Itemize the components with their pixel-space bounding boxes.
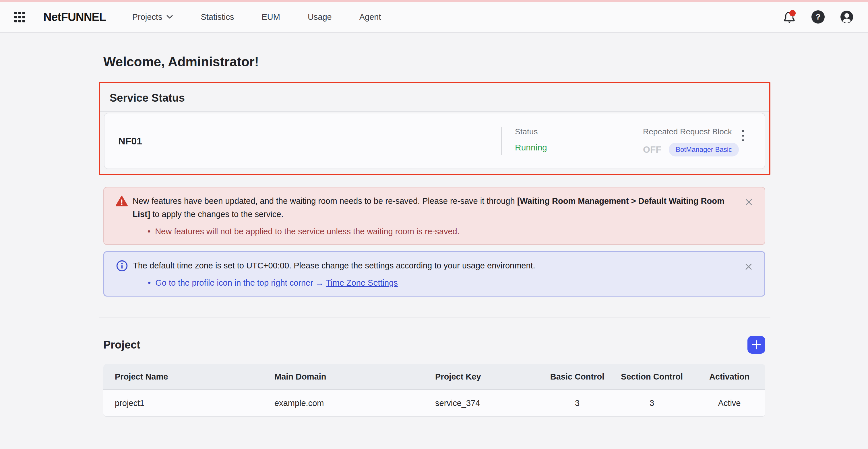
warning-bullet-text: New features will not be applied to the … <box>155 227 460 236</box>
time-zone-settings-link[interactable]: Time Zone Settings <box>326 278 398 288</box>
bullet-icon: • <box>148 227 150 236</box>
project-section-title: Project <box>103 339 141 351</box>
col-project-key: Project Key <box>424 364 544 390</box>
nav-projects-label: Projects <box>132 12 162 22</box>
apps-grid-icon[interactable] <box>14 12 25 22</box>
col-activation: Activation <box>693 364 765 390</box>
nav-item-usage[interactable]: Usage <box>308 12 332 22</box>
nav-item-eum[interactable]: EUM <box>261 12 280 22</box>
nav-agent-label: Agent <box>360 12 381 22</box>
help-circle: ? <box>811 10 825 24</box>
nav-item-statistics[interactable]: Statistics <box>200 12 234 22</box>
avatar <box>840 10 854 24</box>
warning-triangle-icon <box>115 195 128 208</box>
close-icon[interactable] <box>744 262 753 272</box>
cell-project-name: project1 <box>103 390 263 417</box>
cell-section-control: 3 <box>610 390 693 417</box>
profile-avatar-icon[interactable] <box>840 10 854 24</box>
info-bullet-text: Go to the profile icon in the top right … <box>155 278 326 288</box>
col-main-domain: Main Domain <box>263 364 424 390</box>
col-section-control: Section Control <box>610 364 693 390</box>
warning-message-post: to apply the changes to the service. <box>150 210 283 219</box>
table-header-row: Project Name Main Domain Project Key Bas… <box>103 364 765 390</box>
cell-main-domain: example.com <box>263 390 424 417</box>
brand-logo[interactable]: NetFUNNEL <box>43 11 106 24</box>
warning-alert: New features have been updated, and the … <box>103 187 765 245</box>
info-bullet: •Go to the profile icon in the top right… <box>148 276 733 289</box>
col-project-name: Project Name <box>103 364 263 390</box>
bullet-icon: • <box>148 278 151 288</box>
close-icon[interactable] <box>744 197 754 207</box>
service-status-title: Service Status <box>100 83 769 111</box>
topbar: NetFUNNEL Projects Statistics EUM Usage … <box>0 2 868 33</box>
help-glyph: ? <box>815 12 820 22</box>
warning-message-pre: New features have been updated, and the … <box>133 197 517 206</box>
status-value: Running <box>515 143 547 152</box>
nav-item-projects[interactable]: Projects <box>132 12 174 22</box>
rrb-label: Repeated Request Block <box>643 127 739 137</box>
main-content: Welcome, Administrator! Service Status N… <box>99 54 770 417</box>
nav-statistics-label: Statistics <box>200 12 234 22</box>
vertical-divider <box>501 127 502 155</box>
project-table: Project Name Main Domain Project Key Bas… <box>103 364 765 417</box>
status-block: Status Running <box>515 127 547 152</box>
warning-bullet: •New features will not be applied to the… <box>148 225 733 238</box>
main-nav: Projects Statistics EUM Usage Agent <box>132 12 381 22</box>
chevron-down-icon <box>166 14 173 19</box>
topbar-actions: ? <box>782 10 854 24</box>
kebab-menu-icon[interactable] <box>741 129 745 142</box>
add-project-button[interactable] <box>747 336 765 354</box>
notifications-bell-icon[interactable] <box>782 10 796 24</box>
info-circle-icon <box>116 260 128 272</box>
botmanager-badge: BotManager Basic <box>669 143 739 156</box>
cell-activation: Active <box>693 390 765 417</box>
server-name: NF01 <box>118 136 142 147</box>
service-status-card: NF01 Status Running Repeated Request Blo… <box>104 113 765 169</box>
notification-badge-dot <box>789 10 796 17</box>
cell-project-key: service_374 <box>424 390 544 417</box>
nav-usage-label: Usage <box>308 12 332 22</box>
project-header: Project <box>103 336 765 354</box>
status-label: Status <box>515 127 547 137</box>
section-divider <box>100 111 769 112</box>
col-basic-control: Basic Control <box>544 364 610 390</box>
info-alert: The default time zone is set to UTC+00:0… <box>103 251 765 297</box>
service-status-section: Service Status NF01 Status Running Repea… <box>99 82 770 175</box>
horizontal-divider <box>99 317 770 318</box>
repeated-request-block: Repeated Request Block OFF BotManager Ba… <box>643 127 739 156</box>
cell-basic-control: 3 <box>544 390 610 417</box>
nav-item-agent[interactable]: Agent <box>360 12 381 22</box>
help-icon[interactable]: ? <box>811 10 825 24</box>
info-message: The default time zone is set to UTC+00:0… <box>133 259 535 272</box>
page: NetFUNNEL Projects Statistics EUM Usage … <box>0 0 868 449</box>
page-title: Welcome, Administrator! <box>103 54 770 69</box>
nav-eum-label: EUM <box>261 12 280 22</box>
rrb-value: OFF <box>643 144 661 155</box>
warning-message: New features have been updated, and the … <box>133 194 733 221</box>
table-row-project1[interactable]: project1 example.com service_374 3 3 Act… <box>103 390 765 417</box>
